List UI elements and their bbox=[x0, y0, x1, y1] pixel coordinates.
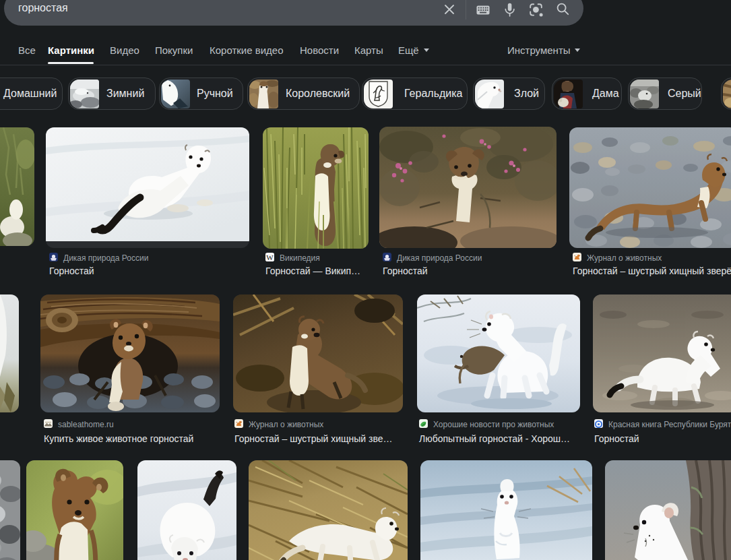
svg-text:W: W bbox=[266, 253, 274, 261]
